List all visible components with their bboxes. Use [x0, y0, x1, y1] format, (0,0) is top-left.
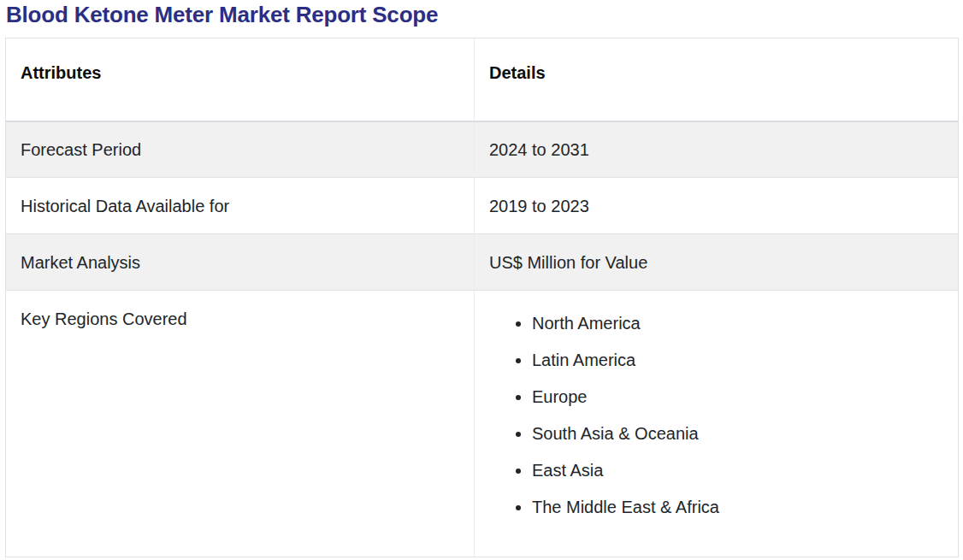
table-row-key-regions: Key Regions Covered North America Latin … — [6, 291, 959, 557]
detail-cell: North America Latin America Europe South… — [475, 291, 959, 557]
region-item: The Middle East & Africa — [532, 496, 943, 519]
report-scope-table: Attributes Details Forecast Period 2024 … — [5, 38, 959, 557]
table-row-historical-data: Historical Data Available for 2019 to 20… — [6, 178, 959, 234]
table-row-market-analysis: Market Analysis US$ Million for Value — [6, 234, 959, 291]
region-item: Europe — [532, 386, 943, 409]
attribute-cell: Historical Data Available for — [6, 178, 475, 234]
attribute-cell: Market Analysis — [6, 234, 475, 291]
region-item: North America — [532, 312, 943, 335]
detail-cell: US$ Million for Value — [475, 234, 959, 291]
column-header-details: Details — [475, 38, 959, 121]
region-item: South Asia & Oceania — [532, 422, 943, 445]
page-title: Blood Ketone Meter Market Report Scope — [0, 0, 963, 27]
regions-list: North America Latin America Europe South… — [489, 312, 943, 519]
column-header-attributes: Attributes — [6, 38, 475, 121]
region-item: East Asia — [532, 459, 943, 482]
attribute-cell: Key Regions Covered — [6, 291, 475, 557]
region-item: Latin America — [532, 349, 943, 372]
detail-cell: 2024 to 2031 — [475, 121, 959, 178]
table-row-forecast-period: Forecast Period 2024 to 2031 — [6, 121, 959, 178]
attribute-cell: Forecast Period — [6, 121, 475, 178]
detail-cell: 2019 to 2023 — [475, 178, 959, 234]
table-header-row: Attributes Details — [6, 38, 959, 121]
